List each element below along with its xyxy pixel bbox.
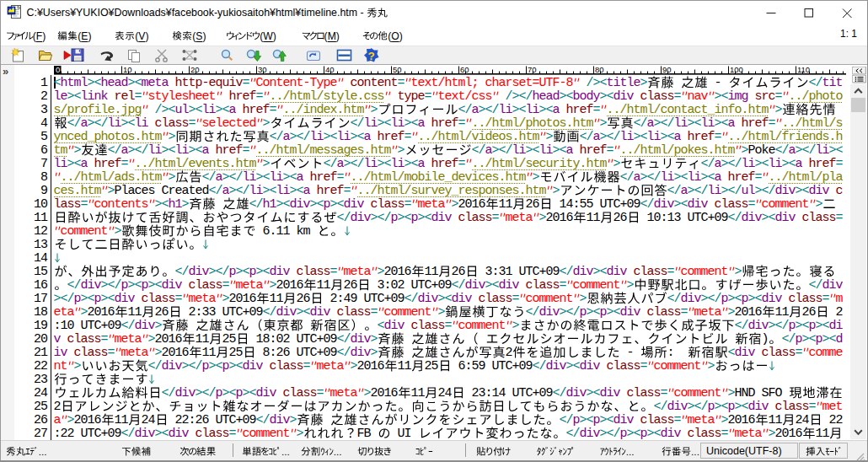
svg-text:?: ?	[367, 50, 374, 62]
